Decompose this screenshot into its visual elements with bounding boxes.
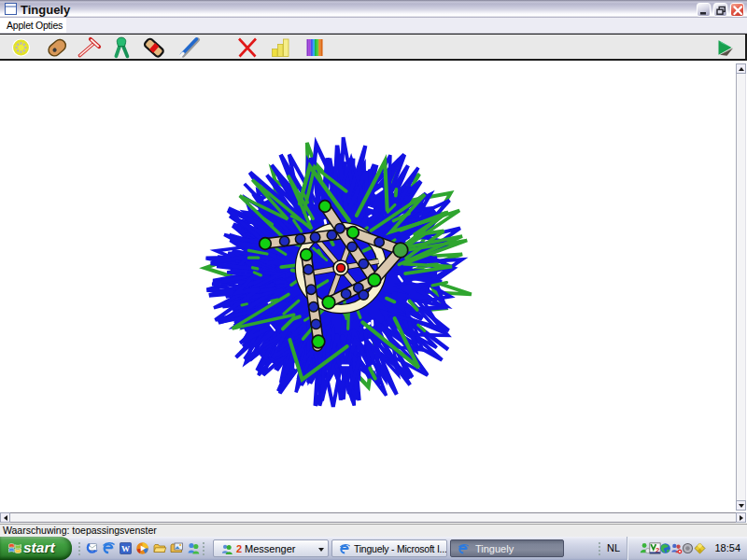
svg-text:W: W xyxy=(121,544,130,553)
